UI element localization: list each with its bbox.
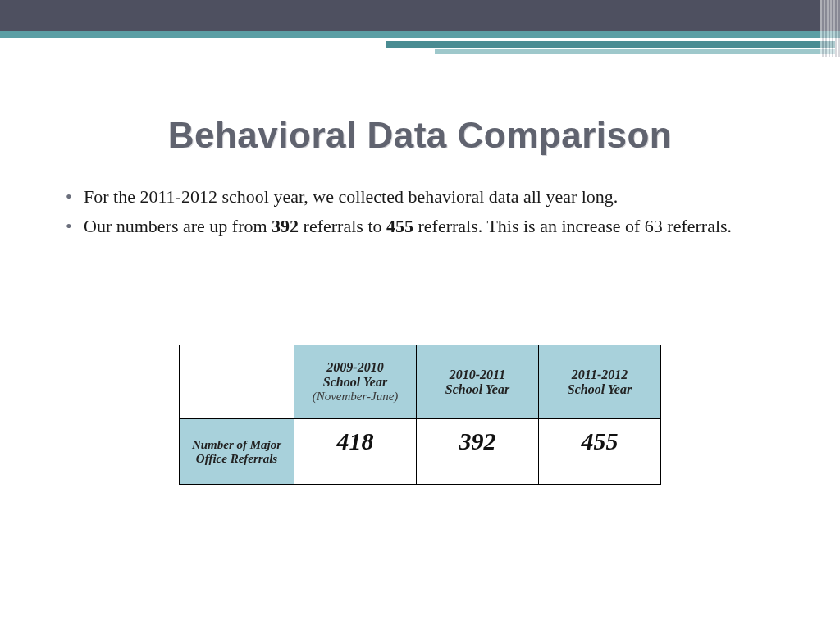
- col-header-2009-2010: 2009-2010 School Year (November-June): [294, 345, 417, 419]
- col-header-2011-2012: 2011-2012 School Year: [539, 345, 661, 419]
- col3-line2: School Year: [568, 382, 632, 396]
- bullet-2-num-1: 392: [272, 216, 299, 236]
- bullet-1-text: For the 2011-2012 school year, we collec…: [84, 186, 618, 207]
- col2-line2: School Year: [445, 382, 509, 396]
- slide: Behavioral Data Comparison For the 2011-…: [0, 0, 840, 630]
- col1-sub: (November-June): [299, 390, 411, 404]
- bullet-2-pre: Our numbers are up from: [84, 216, 272, 236]
- slide-title: Behavioral Data Comparison: [0, 115, 840, 156]
- table-blank-header: [180, 345, 294, 419]
- bullet-2: Our numbers are up from 392 referrals to…: [66, 214, 771, 239]
- row-header-referrals: Number of Major Office Referrals: [180, 419, 294, 485]
- bullet-list: For the 2011-2012 school year, we collec…: [66, 185, 771, 243]
- cell-2011-2012: 455: [539, 419, 661, 485]
- col1-line1: 2009-2010: [326, 360, 383, 374]
- bullet-2-mid: referrals to: [299, 216, 386, 236]
- col-header-2010-2011: 2010-2011 School Year: [417, 345, 539, 419]
- header-bar-teal-1: [0, 31, 840, 38]
- col1-line2: School Year: [323, 375, 387, 389]
- bullet-2-num-2: 455: [386, 216, 413, 236]
- cell-2010-2011: 392: [417, 419, 539, 485]
- table-header-row: 2009-2010 School Year (November-June) 20…: [180, 345, 661, 419]
- col2-line1: 2010-2011: [450, 368, 505, 381]
- data-table-wrap: 2009-2010 School Year (November-June) 20…: [179, 345, 661, 485]
- header-bar-dark: [0, 0, 840, 31]
- bullet-2-post: referrals. This is an increase of 63 ref…: [413, 216, 732, 236]
- data-table: 2009-2010 School Year (November-June) 20…: [179, 345, 661, 485]
- table-data-row: Number of Major Office Referrals 418 392…: [180, 419, 661, 485]
- header-bar-teal-2: [386, 41, 835, 48]
- col3-line1: 2011-2012: [572, 368, 628, 381]
- header-right-stripes: [820, 0, 840, 57]
- bullet-1: For the 2011-2012 school year, we collec…: [66, 185, 771, 209]
- header-bar-teal-3: [435, 49, 835, 54]
- cell-2009-2010: 418: [294, 419, 417, 485]
